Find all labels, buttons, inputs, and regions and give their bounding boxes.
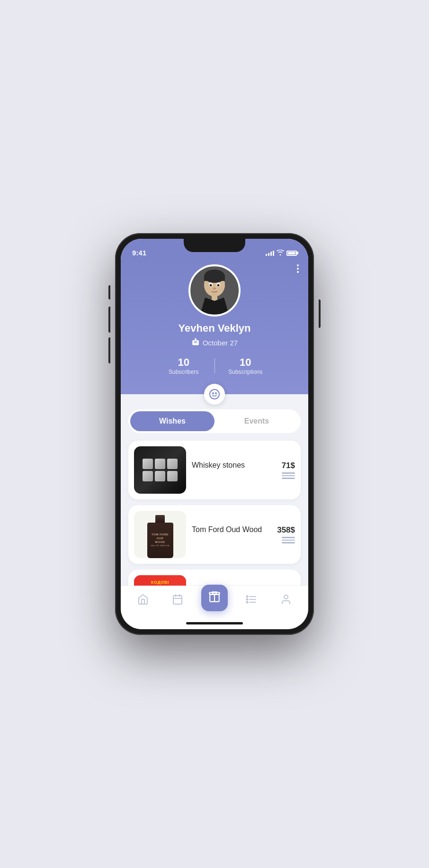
wish-card-codenames[interactable]: КОДОВІНАЗВИ КОДОВІ НАЗВИ ПРОГРАМА xyxy=(128,570,301,586)
nav-home[interactable] xyxy=(132,592,154,610)
nav-gift-button[interactable] xyxy=(201,585,228,611)
more-options-button[interactable] xyxy=(297,264,299,273)
wish-card-whiskey[interactable]: Whiskey stones 71$ xyxy=(128,441,301,499)
profile-icon xyxy=(280,594,292,608)
birthday-text: October 27 xyxy=(203,339,238,347)
svg-point-11 xyxy=(210,389,219,399)
bottom-nav xyxy=(121,586,308,620)
svg-point-9 xyxy=(213,288,216,289)
wish-menu-whiskey[interactable] xyxy=(282,472,295,479)
svg-rect-4 xyxy=(204,276,225,281)
tab-events[interactable]: Events xyxy=(214,411,299,431)
wish-name-tomford: Tom Ford Oud Wood xyxy=(192,525,273,534)
subscribers-count: 10 xyxy=(153,356,214,369)
stats-row: 10 Subscribers 10 Subscriptions xyxy=(153,356,276,375)
subscriptions-label: Subscriptions xyxy=(215,369,277,375)
profile-name: Yevhen Veklyn xyxy=(179,322,251,335)
svg-point-13 xyxy=(215,393,216,394)
signal-bars-icon xyxy=(266,251,274,256)
list-icon xyxy=(246,594,257,608)
wifi-icon xyxy=(277,249,284,257)
tab-wishes[interactable]: Wishes xyxy=(130,411,214,431)
svg-rect-16 xyxy=(173,596,182,604)
nav-calendar[interactable] xyxy=(166,592,189,610)
home-icon xyxy=(137,594,149,608)
status-time: 9:41 xyxy=(132,249,146,257)
svg-point-8 xyxy=(217,284,220,287)
profile-header: Yevhen Veklyn October 27 10 Subscribers … xyxy=(121,260,308,394)
svg-point-7 xyxy=(210,284,212,287)
wish-image-tomford: TOM FORDOUDWOODEAU DE PARFUM xyxy=(134,511,186,558)
avatar xyxy=(188,264,241,316)
subscriptions-count: 10 xyxy=(215,356,277,369)
svg-point-12 xyxy=(213,393,214,394)
status-icons xyxy=(266,249,297,257)
wish-image-whiskey xyxy=(134,446,186,494)
wish-price-tomford: 358$ xyxy=(277,525,295,535)
emoji-reaction-button[interactable] xyxy=(204,384,225,405)
wish-info-whiskey: Whiskey stones 71$ xyxy=(192,461,295,479)
subscribers-stat: 10 Subscribers xyxy=(153,356,214,375)
battery-icon xyxy=(286,251,297,256)
wish-image-codenames: КОДОВІНАЗВИ КОДОВІ НАЗВИ ПРОГРАМА xyxy=(134,575,186,586)
nav-list[interactable] xyxy=(240,592,263,610)
home-indicator xyxy=(121,620,308,629)
wish-card-tomford[interactable]: TOM FORDOUDWOODEAU DE PARFUM Tom Ford Ou… xyxy=(128,505,301,564)
birthday-icon xyxy=(191,337,200,348)
wish-menu-tomford[interactable] xyxy=(282,537,295,543)
profile-birthday: October 27 xyxy=(191,337,238,348)
wish-info-tomford: Tom Ford Oud Wood 358$ xyxy=(192,525,295,543)
gift-icon xyxy=(208,590,221,606)
svg-point-27 xyxy=(246,602,248,603)
subscriptions-stat: 10 Subscriptions xyxy=(215,356,277,375)
calendar-icon xyxy=(172,594,183,608)
wishes-list: Whiskey stones 71$ xyxy=(121,439,308,586)
svg-point-25 xyxy=(246,596,248,597)
tab-container: Wishes Events xyxy=(128,409,301,433)
subscribers-label: Subscribers xyxy=(153,369,214,375)
nav-profile[interactable] xyxy=(275,592,297,610)
wish-name-whiskey: Whiskey stones xyxy=(192,461,278,470)
svg-point-26 xyxy=(246,599,248,600)
wish-price-whiskey: 71$ xyxy=(282,461,295,470)
svg-point-28 xyxy=(284,595,288,599)
